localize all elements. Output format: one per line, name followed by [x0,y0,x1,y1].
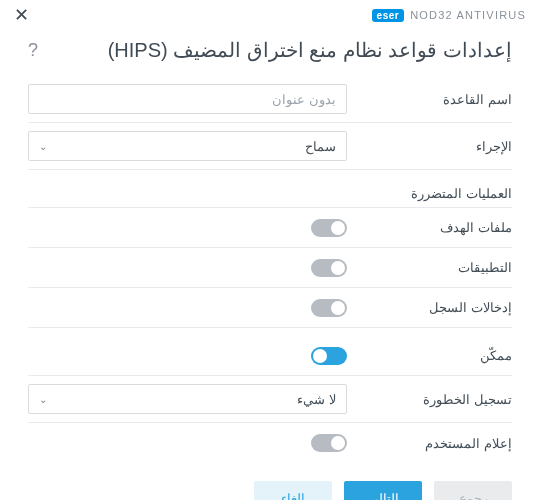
applications-label: التطبيقات [347,260,512,275]
registry-entries-label: إدخالات السجل [347,300,512,315]
severity-value: لا شيء [297,392,336,407]
rule-name-label: اسم القاعدة [347,92,512,107]
affected-ops-header: العمليات المتضررة [28,170,512,208]
chevron-down-icon: ⌄ [39,394,47,405]
brand: eser NOD32 ANTIVIRUS [372,9,526,22]
brand-product: NOD32 ANTIVIRUS [410,9,526,21]
action-label: الإجراء [347,139,512,154]
action-value: سماح [305,139,336,154]
cancel-button[interactable]: إلغاء [254,481,332,500]
notify-user-label: إعلام المستخدم [347,436,512,451]
brand-logo: eser [372,9,405,22]
enabled-toggle[interactable] [311,347,347,365]
enabled-label: ممكّن [347,348,512,363]
help-icon[interactable]: ? [28,40,38,61]
rule-name-input[interactable] [28,84,347,114]
close-icon[interactable]: ✕ [14,6,29,24]
next-button[interactable]: التالي [344,481,422,500]
target-files-toggle[interactable] [311,219,347,237]
notify-user-toggle[interactable] [311,434,347,452]
target-files-label: ملفات الهدف [347,220,512,235]
applications-toggle[interactable] [311,259,347,277]
chevron-down-icon: ⌄ [39,141,47,152]
action-select[interactable]: سماح ⌄ [28,131,347,161]
back-button: رجوع [434,481,512,500]
page-title: إعدادات قواعد نظام منع اختراق المضيف (HI… [108,38,512,62]
registry-entries-toggle[interactable] [311,299,347,317]
severity-select[interactable]: لا شيء ⌄ [28,384,347,414]
severity-label: تسجيل الخطورة [347,392,512,407]
